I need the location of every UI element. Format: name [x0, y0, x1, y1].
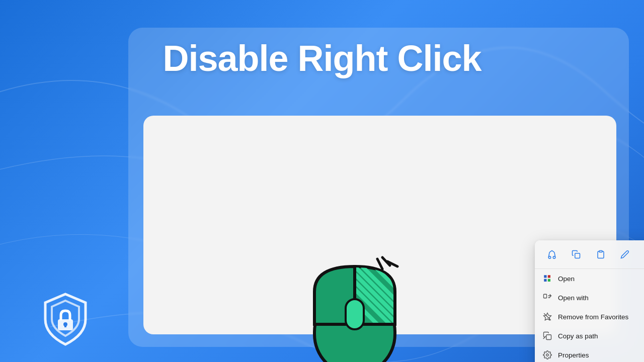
remove-favorites-label: Remove from Favorites: [558, 313, 644, 321]
svg-rect-22: [544, 275, 546, 278]
svg-rect-26: [544, 294, 547, 298]
share-button[interactable]: [640, 245, 644, 263]
svg-rect-25: [548, 279, 550, 282]
open-icon: [542, 273, 553, 284]
open-label: Open: [558, 275, 644, 283]
menu-item-open-with[interactable]: Open with ›: [535, 288, 644, 307]
shield-lock-icon: [38, 292, 93, 347]
open-with-icon: [542, 292, 553, 303]
star-icon: [542, 311, 553, 322]
svg-rect-24: [548, 275, 550, 278]
copy-path-label: Copy as path: [558, 332, 644, 340]
cut-button[interactable]: [543, 245, 561, 263]
svg-rect-9: [346, 299, 364, 329]
content-area: Open Enter Open with › Remove from F: [143, 116, 616, 334]
svg-rect-15: [575, 253, 580, 258]
menu-item-properties[interactable]: Properties Alt+Enter: [535, 345, 644, 362]
menu-item-open[interactable]: Open Enter: [535, 269, 644, 288]
page-title: Disable Right Click: [0, 38, 644, 79]
open-with-label: Open with: [558, 294, 644, 302]
svg-rect-16: [599, 251, 602, 252]
mouse-illustration: [304, 251, 405, 362]
paste-button[interactable]: [592, 245, 610, 263]
copy-path-icon: [542, 330, 553, 341]
properties-icon: [542, 349, 553, 360]
menu-item-copy-path[interactable]: Copy as path: [535, 326, 644, 345]
svg-rect-29: [546, 335, 551, 340]
context-menu: Open Enter Open with › Remove from F: [535, 240, 644, 362]
copy-button[interactable]: [567, 245, 585, 263]
rename-button[interactable]: [616, 245, 634, 263]
svg-line-10: [377, 259, 382, 269]
svg-rect-23: [544, 279, 546, 282]
menu-icon-row: [535, 242, 644, 269]
svg-rect-40: [64, 324, 66, 327]
svg-point-31: [546, 354, 549, 356]
menu-item-remove-favorites[interactable]: Remove from Favorites: [535, 307, 644, 326]
properties-label: Properties: [558, 351, 644, 359]
